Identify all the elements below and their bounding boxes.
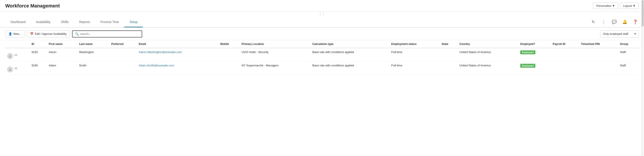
cell-primary-location-0: USVI Hotel - Security bbox=[240, 48, 310, 62]
cell-first-name-1: Adam bbox=[47, 62, 77, 75]
scrollbar-thumb[interactable] bbox=[642, 0, 644, 26]
cell-employed-1: Employed bbox=[518, 62, 551, 75]
cell-payroll-id-1 bbox=[551, 62, 579, 75]
cell-state-0 bbox=[440, 48, 458, 62]
cell-calculation-type-0: Base rate with conditions applied bbox=[310, 48, 390, 62]
cell-primary-location-1: NY Supermarché - Managers bbox=[240, 62, 310, 75]
cell-last-name-0: Washington bbox=[77, 48, 110, 62]
staff-table-container: ID First name Last name Preferred Email … bbox=[0, 40, 644, 75]
cell-avatar-1 bbox=[5, 62, 30, 75]
employment-filter-select[interactable]: Only employed staff All staff Only unemp… bbox=[600, 30, 639, 38]
cell-employed-0: Employed bbox=[518, 48, 551, 62]
notifications-button[interactable]: 🔔 bbox=[621, 18, 628, 26]
cell-group-0: Staff bbox=[618, 48, 639, 62]
toolbar: 👤 New... 📅 Edit / Approve Availability 🔍… bbox=[0, 28, 644, 40]
col-preferred: Preferred bbox=[110, 40, 137, 48]
cell-id-0: 9192 bbox=[30, 48, 47, 62]
new-label: New... bbox=[13, 32, 21, 36]
table-row: 9190 Adam Smith Adam.Smith@example.com N… bbox=[5, 62, 639, 75]
col-id: ID bbox=[30, 40, 47, 48]
cell-last-name-1: Smith bbox=[77, 62, 110, 75]
cell-calculation-type-1: Base rate with conditions applied bbox=[310, 62, 390, 75]
top-bar-actions: Personalize ▼ Layout ▼ bbox=[593, 3, 639, 9]
employed-badge-0: Employed bbox=[520, 50, 535, 54]
col-first-name: First name bbox=[47, 40, 77, 48]
edit-label: Edit / Approve Availability bbox=[35, 32, 66, 36]
tab-reports[interactable]: Reports bbox=[74, 17, 95, 28]
col-country: Country bbox=[458, 40, 518, 48]
edit-approve-availability-button[interactable]: 📅 Edit / Approve Availability bbox=[27, 30, 70, 38]
chat-button[interactable]: 💬 bbox=[611, 18, 618, 26]
col-mobile: Mobile bbox=[218, 40, 240, 48]
top-bar: Workforce Management Personalize ▼ Layou… bbox=[0, 0, 644, 12]
col-employed: Employed? bbox=[518, 40, 551, 48]
avatar-1 bbox=[7, 66, 13, 72]
svg-point-2 bbox=[16, 54, 16, 56]
layout-label: Layout bbox=[623, 4, 632, 8]
refresh-button[interactable]: ↻ bbox=[590, 18, 597, 26]
cell-avatar-0 bbox=[5, 48, 30, 62]
cell-timesheet-pin-1 bbox=[579, 62, 618, 75]
tab-process-time[interactable]: Process Time bbox=[95, 17, 124, 28]
cell-timesheet-pin-0 bbox=[579, 48, 618, 62]
view-icon-1[interactable] bbox=[14, 67, 18, 70]
user-icon: 👤 bbox=[8, 32, 12, 36]
col-primary-location: Primary Location bbox=[240, 40, 310, 48]
chevron-down-icon: ▼ bbox=[612, 4, 615, 8]
table-header-row: ID First name Last name Preferred Email … bbox=[5, 40, 639, 48]
personalize-button[interactable]: Personalize ▼ bbox=[593, 3, 618, 9]
cell-first-name-0: Aaron bbox=[47, 48, 77, 62]
cell-mobile-0 bbox=[218, 48, 240, 62]
chevron-down-icon: ▼ bbox=[632, 4, 636, 8]
personalize-label: Personalize bbox=[596, 4, 611, 8]
svg-point-3 bbox=[10, 68, 11, 70]
svg-point-5 bbox=[16, 68, 16, 69]
cell-country-0: United States of America bbox=[458, 48, 518, 62]
col-payroll-id: Payroll ID bbox=[551, 40, 579, 48]
more-options-button[interactable]: ⋮ bbox=[600, 18, 607, 26]
new-button[interactable]: 👤 New... bbox=[5, 30, 24, 38]
col-timesheet-pin: Timesheet PIN bbox=[579, 40, 618, 48]
avatar-0 bbox=[7, 53, 13, 59]
col-employment-status: Employment status bbox=[390, 40, 440, 48]
layout-button[interactable]: Layout ▼ bbox=[620, 3, 639, 9]
email-link-1[interactable]: Adam.Smith@example.com bbox=[139, 64, 174, 67]
tab-dashboard[interactable]: Dashboard bbox=[5, 17, 31, 28]
col-state: State bbox=[440, 40, 458, 48]
col-last-name: Last name bbox=[77, 40, 110, 48]
nav-tabs-right: ↻ ⋮ 💬 🔔 ❓ bbox=[590, 17, 639, 27]
search-icon: 🔍 bbox=[75, 32, 79, 36]
cell-employment-status-1: Full-time bbox=[390, 62, 440, 75]
view-icon-0[interactable] bbox=[14, 54, 18, 57]
help-button[interactable]: ❓ bbox=[632, 18, 639, 26]
email-link-0[interactable]: Aaron.Washington@example.com bbox=[139, 50, 182, 54]
cell-mobile-1 bbox=[218, 62, 240, 75]
svg-point-1 bbox=[15, 54, 17, 56]
cell-group-1: Staff bbox=[618, 62, 639, 75]
cell-preferred-0 bbox=[110, 48, 137, 62]
cell-email-0: Aaron.Washington@example.com bbox=[137, 48, 218, 62]
cell-employment-status-0: Full-time bbox=[390, 48, 440, 62]
staff-table: ID First name Last name Preferred Email … bbox=[5, 40, 639, 75]
calendar-icon: 📅 bbox=[30, 32, 34, 36]
cell-payroll-id-0 bbox=[551, 48, 579, 62]
cell-preferred-1 bbox=[110, 62, 137, 75]
app-title: Workforce Management bbox=[5, 3, 60, 9]
tab-availability[interactable]: Availability bbox=[31, 17, 56, 28]
col-calculation-type: Calculation type bbox=[310, 40, 390, 48]
col-avatar bbox=[5, 40, 30, 48]
cell-email-1: Adam.Smith@example.com bbox=[137, 62, 218, 75]
search-box: 🔍 bbox=[72, 30, 142, 38]
col-group: Group bbox=[618, 40, 639, 48]
tab-shifts[interactable]: Shifts bbox=[56, 17, 74, 28]
tab-setup[interactable]: Setup bbox=[124, 17, 143, 28]
search-input[interactable] bbox=[80, 32, 139, 36]
cell-country-1: United States of America bbox=[458, 62, 518, 75]
svg-point-0 bbox=[10, 55, 11, 56]
col-email: Email bbox=[137, 40, 218, 48]
cell-id-1: 9190 bbox=[30, 62, 47, 75]
svg-point-4 bbox=[15, 68, 17, 69]
scrollbar-track[interactable] bbox=[641, 0, 644, 75]
nav-tabs-left: Dashboard Availability Shifts Reports Pr… bbox=[5, 17, 143, 27]
cell-state-1 bbox=[440, 62, 458, 75]
